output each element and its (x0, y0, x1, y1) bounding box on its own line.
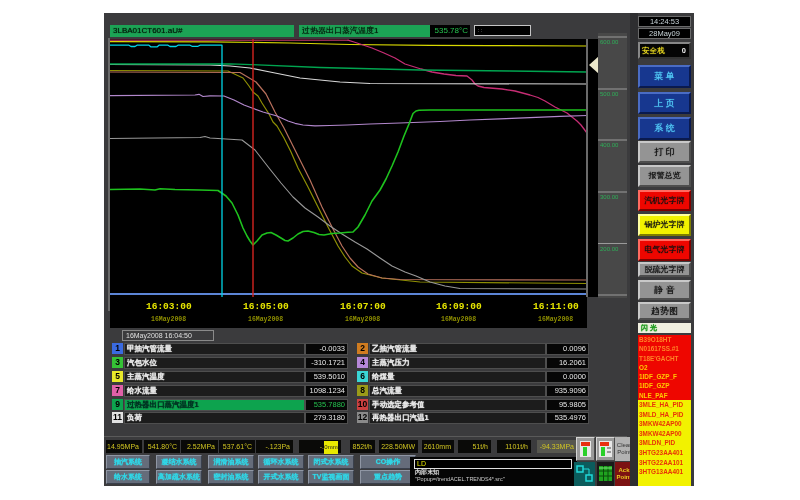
svg-text:200.00: 200.00 (600, 246, 619, 252)
svg-text:600.00: 600.00 (600, 39, 619, 45)
svg-text:100.00: 100.00 (600, 297, 619, 298)
svg-text:400.00: 400.00 (600, 142, 619, 148)
svg-text:500.00: 500.00 (600, 91, 619, 97)
svg-text:300.00: 300.00 (600, 194, 619, 200)
